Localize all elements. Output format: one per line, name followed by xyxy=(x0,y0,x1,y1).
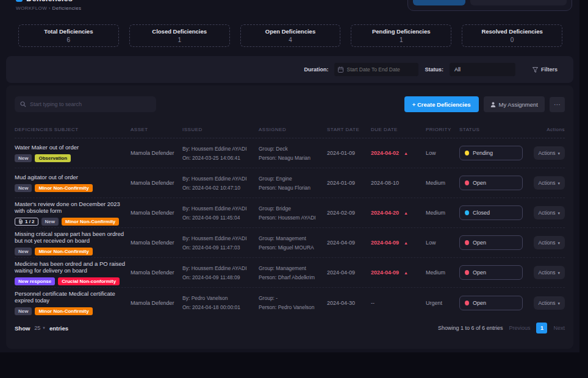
issued-cell: By: Pedro VanelsonOn: 2024-04-18 00:00:0… xyxy=(182,295,259,310)
assigned-cell: Group: -Person: Pedro Vanelson xyxy=(259,295,327,310)
assigned-cell: Group: DeckPerson: Neagu Marian xyxy=(259,146,327,161)
table-row: Missing critical spare part has been ord… xyxy=(15,228,565,258)
asset-name: Mamola Defender xyxy=(131,240,182,246)
attachment-badge[interactable]: 1 / 2 xyxy=(15,218,38,226)
issued-on: On: 2024-04-09 11:45:04 xyxy=(182,215,259,221)
view-toggle-idle-segment[interactable] xyxy=(470,0,567,5)
status-select[interactable]: Open xyxy=(459,296,523,310)
create-deficiencies-button[interactable]: + Create Deficiencies xyxy=(404,96,479,112)
deficiencies-page: Deficiencies WORKFLOW › Deficiencies Tot… xyxy=(0,0,579,352)
asset-name: Mamola Defender xyxy=(131,300,182,306)
status-dot-icon xyxy=(465,270,469,275)
status-select[interactable]: Open xyxy=(459,176,523,190)
column-header-due-date[interactable]: DUE DATE xyxy=(371,127,426,132)
status-filter-select[interactable]: All xyxy=(450,63,515,76)
badge-row: NewMinor Non-Confirmity xyxy=(15,248,131,255)
column-header-priority[interactable]: PRIORITY xyxy=(426,127,459,132)
subject-cell: Mud agitator out of orderNewMinor Non-Co… xyxy=(15,174,131,192)
user-icon xyxy=(490,102,496,107)
start-date: 2024-01-09 xyxy=(327,180,371,186)
my-assignment-label: My Assignment xyxy=(499,101,538,108)
next-page-button[interactable]: Next xyxy=(553,325,565,331)
issued-on: On: 2024-04-18 00:00:01 xyxy=(182,304,259,310)
actions-button[interactable]: Actions▾ xyxy=(534,206,565,219)
warning-icon: ▲ xyxy=(404,271,408,275)
search-box[interactable] xyxy=(15,96,156,112)
chevron-down-icon: ▾ xyxy=(558,241,560,245)
actions-button[interactable]: Actions▾ xyxy=(534,146,565,160)
column-header-issued[interactable]: ISSUED xyxy=(182,127,259,132)
status-select[interactable]: Pending xyxy=(459,146,523,160)
calendar-icon xyxy=(338,66,343,73)
status-cell: Open xyxy=(459,265,531,280)
due-date-text: 2024-08-10 xyxy=(371,180,399,186)
toolbar-actions: + Create Deficiencies My Assignment ⋯ xyxy=(404,96,565,112)
due-date-text: 2024-04-20 xyxy=(371,210,399,216)
subject-cell: Personnel certificate Medical certificat… xyxy=(15,290,131,315)
search-input[interactable] xyxy=(30,101,151,107)
actions-label: Actions xyxy=(539,150,556,156)
previous-page-button[interactable]: Previous xyxy=(509,325,530,331)
status-select[interactable]: Open xyxy=(459,265,523,280)
asset-name: Mamola Defender xyxy=(131,180,182,186)
badge-row: New responseCrucial Non-conformity xyxy=(15,277,131,285)
assigned-person: Person: Neagu Florian xyxy=(259,185,327,191)
due-date-text: 2024-04-09 xyxy=(371,240,399,246)
warning-icon: ▲ xyxy=(404,211,408,215)
warning-icon: ▲ xyxy=(404,151,408,155)
column-header-start-date[interactable]: START DATE xyxy=(327,127,371,132)
due-date-text: 2024-04-09 xyxy=(371,269,399,276)
page-size-select[interactable]: 25 ▾ xyxy=(34,325,45,331)
actions-button[interactable]: Actions▾ xyxy=(534,266,565,279)
stat-label: Resolved Deficiencies xyxy=(462,28,562,35)
actions-button[interactable]: Actions▾ xyxy=(534,296,565,310)
breadcrumb-current: Deficiencies xyxy=(52,5,82,11)
badge-row: NewObservation xyxy=(15,154,131,162)
column-header-subject[interactable]: DEFICIENCIES SUBJECT xyxy=(15,127,131,132)
pagination-summary: Showing 1 to 6 of 6 entries xyxy=(438,325,503,331)
status-dot-icon xyxy=(465,180,469,185)
view-toggle-active-segment[interactable] xyxy=(413,0,465,5)
subject-cell: Master's review done on December 2023 wi… xyxy=(15,201,131,226)
badge-new: New xyxy=(15,307,32,315)
column-header-asset[interactable]: ASSET xyxy=(131,127,182,132)
column-header-assigned[interactable]: ASSIGNED xyxy=(259,127,327,132)
issued-by: By: Houssem Eddine AYADI xyxy=(182,235,259,241)
column-header-status[interactable]: STATUS xyxy=(459,127,531,132)
status-cell: Open xyxy=(459,235,531,250)
filter-bar: Duration: Status: All Filters xyxy=(6,56,573,83)
status-select[interactable]: Closed xyxy=(459,205,523,220)
assigned-group: Group: - xyxy=(259,295,327,301)
stat-label: Closed Deficiencies xyxy=(130,28,229,35)
status-select[interactable]: Open xyxy=(459,235,523,250)
stat-value: 4 xyxy=(241,37,340,43)
priority: Medium xyxy=(426,269,459,276)
actions-label: Actions xyxy=(539,180,556,186)
subject-cell: Missing critical spare part has been ord… xyxy=(15,230,131,255)
date-range-field[interactable] xyxy=(346,66,415,73)
due-date: 2024-04-20▲ xyxy=(371,210,426,216)
actions-button[interactable]: Actions▾ xyxy=(534,176,565,190)
actions-button[interactable]: Actions▾ xyxy=(534,236,565,249)
filters-button[interactable]: Filters xyxy=(532,66,558,73)
issued-cell: By: Houssem Eddine AYADIOn: 2024-04-02 1… xyxy=(182,176,259,191)
due-date-text: 2024-04-02 xyxy=(371,150,399,156)
status-cell: Closed xyxy=(459,205,531,220)
assigned-person: Person: Dharf Abdelkrim xyxy=(259,274,327,280)
my-assignment-button[interactable]: My Assignment xyxy=(484,96,545,112)
stat-label: Open Deficiencies xyxy=(241,28,340,35)
page-number-button[interactable]: 1 xyxy=(536,323,547,333)
breadcrumb-section[interactable]: WORKFLOW xyxy=(16,5,47,11)
badge-new: New xyxy=(15,184,32,192)
chevron-down-icon: ▾ xyxy=(43,326,45,330)
badge-minor: Minor Non-Confirmity xyxy=(35,184,92,192)
chevron-down-icon: ▾ xyxy=(558,301,560,305)
more-options-button[interactable]: ⋯ xyxy=(550,97,565,112)
assigned-group: Group: Engine xyxy=(259,176,327,182)
status-label: Open xyxy=(473,180,486,186)
priority: Low xyxy=(426,240,459,246)
duration-date-range-input[interactable] xyxy=(334,63,418,76)
start-date: 2024-02-09 xyxy=(327,210,371,216)
actions-label: Actions xyxy=(539,300,556,306)
warning-icon: ▲ xyxy=(404,241,408,245)
